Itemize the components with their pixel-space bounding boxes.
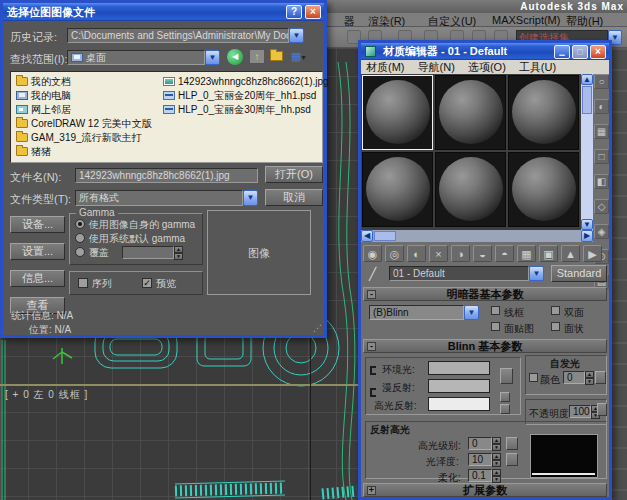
go-forward-to-sibling-button[interactable]: ▶ — [583, 245, 602, 262]
diffuse-color-swatch[interactable] — [428, 379, 490, 393]
put-material-to-scene-button[interactable]: ◎ — [385, 245, 404, 262]
soften-value[interactable]: 0.1 — [468, 469, 492, 482]
ambient-diffuse-lock-button[interactable] — [500, 368, 513, 384]
sample-type-button[interactable]: ○ — [594, 74, 609, 89]
up-one-level-button[interactable]: ↑ — [249, 49, 265, 64]
gamma-image-label[interactable]: 使用图像自身的 gamma — [89, 218, 195, 232]
glossiness-value[interactable]: 10 — [468, 453, 492, 466]
two-sided-checkbox[interactable] — [551, 306, 560, 315]
self-illumination-map-button[interactable] — [595, 371, 606, 384]
shader-dropdown-arrow[interactable]: ▼ — [464, 305, 479, 320]
list-item[interactable]: GAM_319_流行新歌主打 — [16, 132, 142, 145]
two-sided-label[interactable]: 双面 — [564, 306, 584, 320]
ambient-diffuse-lock-icon[interactable] — [370, 366, 376, 375]
material-name-dropdown-arrow[interactable]: ▼ — [529, 266, 544, 281]
wire-checkbox[interactable] — [491, 306, 500, 315]
menu-material[interactable]: 材质(M) — [366, 61, 405, 73]
preview-label[interactable]: 预览 — [156, 277, 176, 291]
sample-uv-tiling-button[interactable]: □ — [594, 149, 609, 164]
list-item[interactable]: 我的文档 — [16, 76, 71, 89]
scroll-up-button[interactable]: ▲ — [581, 74, 593, 85]
material-editor-titlebar[interactable]: 材质编辑器 - 01 - Default ▁ □ × — [361, 43, 609, 60]
viewport-label[interactable]: [ + 0 左 0 线框 ] — [5, 388, 88, 402]
devices-button[interactable]: 设备... — [10, 216, 65, 233]
pick-material-eyedropper[interactable]: ╱ — [369, 267, 383, 281]
blinn-basic-params-rollout[interactable]: - Blinn 基本参数 — [363, 339, 607, 353]
scroll-thumb[interactable] — [582, 86, 592, 114]
specular-level-spinner[interactable]: ▲▼ — [492, 437, 501, 451]
close-button[interactable]: × — [305, 5, 321, 19]
list-item[interactable]: HLP_0_宝丽金20周年_hh1.psd — [163, 90, 316, 103]
soften-spinner[interactable]: ▲▼ — [492, 469, 501, 483]
scroll-right-button[interactable]: ▶ — [581, 230, 593, 242]
self-illumination-value[interactable]: 0 — [563, 371, 585, 384]
history-dropdown-arrow[interactable]: ▼ — [289, 28, 304, 43]
background-button[interactable]: ▦ — [594, 124, 609, 139]
list-item[interactable]: CorelDRAW 12 完美中文版 — [16, 118, 152, 131]
command-panel[interactable] — [610, 48, 627, 500]
shader-basic-params-rollout[interactable]: - 明暗器基本参数 — [363, 287, 607, 301]
open-button[interactable]: 打开(O) — [265, 166, 323, 183]
face-map-label[interactable]: 面贴图 — [504, 322, 534, 336]
gamma-image-radio[interactable] — [75, 219, 85, 229]
glossiness-spinner[interactable]: ▲▼ — [492, 453, 501, 467]
list-item[interactable]: HLP_0_宝丽金30周年_hh.psd — [163, 104, 311, 117]
show-end-result-button[interactable]: ▣ — [539, 245, 558, 262]
slots-horizontal-scrollbar[interactable]: ◀ ▶ — [361, 230, 593, 242]
rollout-toggle[interactable]: - — [367, 342, 376, 351]
maximize-button[interactable]: □ — [572, 45, 588, 59]
specular-level-value[interactable]: 0 — [468, 437, 492, 450]
material-name-combo[interactable]: 01 - Default — [389, 266, 529, 281]
face-map-checkbox[interactable] — [491, 322, 500, 331]
scroll-thumb[interactable] — [374, 231, 396, 241]
diffuse-specular-lock-icon[interactable] — [370, 388, 376, 397]
material-slot[interactable] — [435, 152, 506, 227]
material-slot[interactable] — [508, 152, 579, 227]
preview-checkbox[interactable]: ✓ — [142, 278, 152, 288]
help-button[interactable]: ? — [286, 5, 302, 19]
go-to-parent-button[interactable]: ▲ — [561, 245, 580, 262]
gamma-override-spinner[interactable]: ▲▼ — [174, 246, 183, 260]
wire-label[interactable]: 线框 — [504, 306, 524, 320]
specular-level-map-button[interactable] — [506, 437, 518, 450]
show-map-in-viewport-button[interactable]: ▦ — [517, 245, 536, 262]
sequence-label[interactable]: 序列 — [92, 277, 112, 291]
video-color-check-button[interactable]: ◧ — [594, 174, 609, 189]
gamma-override-label[interactable]: 覆盖 — [89, 246, 109, 260]
opacity-value[interactable]: 100 — [569, 405, 591, 418]
self-illumination-spinner[interactable]: ▲▼ — [585, 371, 594, 385]
ambient-color-swatch[interactable] — [428, 361, 490, 375]
slots-vertical-scrollbar[interactable]: ▲ ▼ — [581, 74, 593, 230]
material-slot[interactable] — [508, 75, 579, 150]
make-preview-button[interactable]: ◇ — [594, 199, 609, 214]
resize-grip[interactable]: ⋰ — [313, 324, 322, 333]
minimize-button[interactable]: ▁ — [554, 45, 570, 59]
menu-options[interactable]: 选项(O) — [468, 61, 506, 73]
filename-input[interactable]: 142923whnngc8hz8hc8662(1).jpg — [75, 168, 258, 183]
material-id-channel-button[interactable]: ◓ — [495, 245, 514, 262]
gamma-system-radio[interactable] — [75, 233, 85, 243]
rollout-toggle[interactable]: + — [367, 486, 376, 495]
cancel-button[interactable]: 取消 — [265, 189, 323, 206]
scroll-left-button[interactable]: ◀ — [361, 230, 373, 242]
faceted-checkbox[interactable] — [551, 322, 560, 331]
new-folder-button[interactable] — [270, 50, 285, 63]
menu-navigation[interactable]: 导航(N) — [418, 61, 455, 73]
specular-map-button[interactable] — [500, 404, 510, 414]
gamma-system-label[interactable]: 使用系统默认 gamma — [89, 232, 185, 246]
info-button[interactable]: 信息... — [10, 270, 65, 287]
shader-type-combo[interactable]: (B)Blinn — [369, 305, 464, 320]
list-item[interactable]: 142923whnngc8hz8hc8662(1).jpg — [163, 76, 329, 89]
filetype-combo[interactable]: 所有格式 — [75, 190, 243, 206]
menu-utilities[interactable]: 工具(U) — [519, 61, 556, 73]
specular-color-swatch[interactable] — [428, 397, 490, 411]
list-item[interactable]: 网上邻居 — [16, 104, 71, 117]
filetype-dropdown-arrow[interactable]: ▼ — [243, 190, 258, 206]
reset-map-button[interactable]: × — [429, 245, 448, 262]
gamma-override-input[interactable] — [122, 246, 174, 259]
glossiness-map-button[interactable] — [506, 453, 518, 466]
menu-maxscript[interactable]: MAXScript(M) — [492, 14, 560, 26]
list-item[interactable]: 猪猪 — [16, 146, 51, 159]
history-combo[interactable]: C:\Documents and Settings\Administrator\… — [67, 28, 289, 43]
gamma-override-radio[interactable] — [75, 247, 85, 257]
